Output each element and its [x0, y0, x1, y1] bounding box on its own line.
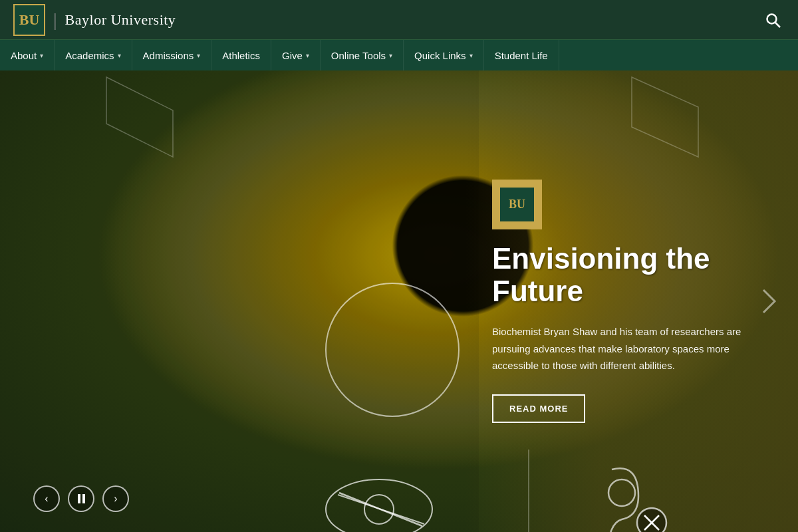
- search-button[interactable]: [761, 8, 785, 32]
- chevron-down-icon: ▾: [118, 52, 121, 59]
- slide-next-button[interactable]: ›: [102, 485, 129, 512]
- logo-area[interactable]: BU | Baylor University: [13, 4, 176, 36]
- hero-logo-badge: BU: [492, 180, 542, 229]
- chevron-down-icon: ▾: [40, 52, 43, 59]
- nav-item-about[interactable]: About ▾: [0, 40, 55, 70]
- hero-bu-badge: BU: [499, 186, 535, 223]
- slide-controls: ‹ ›: [33, 485, 129, 512]
- slide-prev-button[interactable]: ‹: [33, 485, 60, 512]
- logo-divider: |: [53, 9, 57, 31]
- svg-line-1: [775, 23, 780, 27]
- chevron-down-icon: ▾: [389, 52, 392, 59]
- read-more-button[interactable]: READ MORE: [492, 394, 585, 423]
- nav-item-student-life[interactable]: Student Life: [484, 40, 559, 70]
- nav-item-quick-links[interactable]: Quick Links ▾: [404, 40, 484, 70]
- university-name: Baylor University: [65, 11, 176, 29]
- site-header: BU | Baylor University: [0, 0, 798, 40]
- slide-pause-button[interactable]: [68, 485, 94, 512]
- svg-point-0: [767, 14, 777, 23]
- hero-section: BU Envisioning the Future Biochemist Bry…: [0, 70, 798, 532]
- chevron-down-icon: ▾: [306, 52, 309, 59]
- pause-bar-right: [82, 494, 85, 503]
- nav-item-academics[interactable]: Academics ▾: [55, 40, 132, 70]
- chevron-left-icon: ‹: [45, 493, 48, 505]
- chevron-right-icon: ›: [114, 493, 117, 505]
- main-nav: About ▾ Academics ▾ Admissions ▾ Athleti…: [0, 40, 798, 70]
- nav-item-admissions[interactable]: Admissions ▾: [132, 40, 212, 70]
- search-icon: [765, 12, 781, 28]
- pause-bar-left: [78, 494, 80, 503]
- chevron-down-icon: ▾: [197, 52, 200, 59]
- hero-title: Envisioning the Future: [492, 243, 765, 307]
- chevron-down-icon: ▾: [469, 52, 473, 59]
- nav-item-give[interactable]: Give ▾: [271, 40, 321, 70]
- hero-content-panel: BU Envisioning the Future Biochemist Bry…: [472, 70, 798, 532]
- nav-item-online-tools[interactable]: Online Tools ▾: [321, 40, 404, 70]
- nav-item-athletics[interactable]: Athletics: [211, 40, 271, 70]
- logo-bu-badge: BU: [13, 4, 45, 36]
- hero-description: Biochemist Bryan Shaw and his team of re…: [492, 323, 765, 374]
